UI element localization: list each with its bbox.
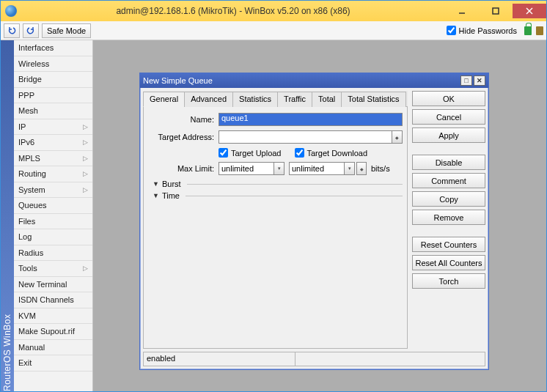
sidebar-item-label: Wireless (18, 59, 49, 68)
triangle-down-icon: ▼ (153, 192, 159, 199)
sidebar-item-routing[interactable]: Routing▷ (14, 166, 92, 182)
apply-button[interactable]: Apply (412, 127, 485, 143)
sidebar-item-label: Interfaces (18, 43, 54, 52)
remove-button[interactable]: Remove (412, 210, 485, 225)
sidebar: InterfacesWirelessBridgePPPMeshIP▷IPv6▷M… (14, 40, 93, 391)
sidebar-item-label: New Terminal (18, 280, 67, 289)
burst-section-toggle[interactable]: ▼ Burst (153, 180, 403, 188)
sidebar-item-mesh[interactable]: Mesh (14, 103, 92, 119)
copy-button[interactable]: Copy (412, 191, 485, 207)
safe-mode-button[interactable]: Safe Mode (42, 23, 91, 38)
tab-general[interactable]: General (143, 92, 185, 107)
sidebar-item-manual[interactable]: Manual (14, 340, 92, 356)
chevron-right-icon: ▷ (83, 186, 88, 193)
maximize-button[interactable] (479, 4, 513, 18)
sidebar-item-label: Tools (18, 264, 37, 273)
target-download-toggle[interactable]: Target Download (295, 148, 368, 158)
divider (187, 184, 403, 185)
dialog-title: New Simple Queue (143, 76, 459, 85)
sidebar-item-log[interactable]: Log (14, 229, 92, 245)
sidebar-item-label: Mesh (18, 106, 38, 115)
sidebar-item-ip[interactable]: IP▷ (14, 119, 92, 136)
chevron-right-icon: ▷ (83, 170, 88, 177)
triangle-down-icon: ▼ (153, 180, 159, 188)
window-titlebar: admin@192.168.1.6 (MikroTik) - WinBox v5… (1, 1, 546, 21)
target-address-input[interactable] (219, 130, 392, 144)
undo-button[interactable] (4, 23, 20, 38)
sidebar-item-tools[interactable]: Tools▷ (14, 261, 92, 277)
svg-rect-1 (493, 8, 499, 14)
time-section-toggle[interactable]: ▼ Time (153, 191, 403, 200)
sidebar-item-mpls[interactable]: MPLS▷ (14, 151, 92, 167)
sidebar-item-files[interactable]: Files (14, 214, 92, 230)
tab-statistics[interactable]: Statistics (232, 92, 278, 107)
status-text: enabled (143, 352, 295, 366)
sidestrip-label: RouterOS WinBox (1, 40, 14, 391)
dialog-titlebar[interactable]: New Simple Queue □ ✕ (140, 73, 488, 88)
tab-advanced[interactable]: Advanced (184, 92, 233, 107)
tab-total[interactable]: Total (312, 92, 342, 107)
target-upload-toggle[interactable]: Target Upload (219, 148, 282, 158)
dialog-statusbar: enabled (143, 352, 485, 366)
hide-passwords-toggle[interactable]: Hide Passwords (447, 26, 517, 35)
max-limit-label: Max Limit: (148, 164, 214, 173)
reset-counters-button[interactable]: Reset Counters (412, 237, 485, 252)
reset-all-counters-button[interactable]: Reset All Counters (412, 255, 485, 270)
close-button[interactable] (513, 4, 546, 18)
hide-passwords-checkbox[interactable] (447, 26, 456, 35)
dialog-maximize-button[interactable]: □ (460, 75, 472, 86)
tab-total-statistics[interactable]: Total Statistics (341, 92, 405, 107)
max-limit-spinner[interactable]: ◆ (356, 162, 367, 175)
sidebar-item-queues[interactable]: Queues (14, 198, 92, 214)
sidebar-item-new-terminal[interactable]: New Terminal (14, 277, 92, 293)
dialog-close-button[interactable]: ✕ (474, 75, 485, 86)
sidebar-item-system[interactable]: System▷ (14, 182, 92, 199)
disable-button[interactable]: Disable (412, 155, 485, 170)
chevron-right-icon: ▷ (83, 265, 88, 272)
target-address-label: Target Address: (148, 133, 214, 141)
sidebar-item-label: Queues (18, 201, 47, 210)
sidebar-item-ipv6[interactable]: IPv6▷ (14, 135, 92, 151)
torch-button[interactable]: Torch (412, 273, 485, 289)
sidebar-item-label: PPP (18, 91, 34, 100)
redo-button[interactable] (23, 23, 39, 38)
sidebar-item-interfaces[interactable]: Interfaces (14, 40, 92, 56)
max-limit-download-combo[interactable]: unlimited▾ (289, 162, 355, 175)
sidebar-item-wireless[interactable]: Wireless (14, 56, 92, 73)
sidebar-item-bridge[interactable]: Bridge (14, 72, 92, 88)
app-icon (5, 5, 17, 17)
sidebar-item-label: Bridge (18, 75, 42, 84)
dialog-form: Name: queue1 Target Address: ◆ Target Up… (143, 107, 408, 349)
window-title: admin@192.168.1.6 (MikroTik) - WinBox v5… (21, 6, 445, 16)
chevron-down-icon[interactable]: ▾ (344, 163, 354, 174)
sidebar-item-make-supout-rif[interactable]: Make Supout.rif (14, 324, 92, 340)
status-empty (295, 352, 485, 366)
sidebar-item-label: Make Supout.rif (18, 327, 75, 336)
workspace: New Simple Queue □ ✕ GeneralAdvancedStat… (93, 40, 546, 391)
lock-icon (524, 26, 532, 35)
target-address-spinner[interactable]: ◆ (392, 130, 403, 144)
sidebar-item-exit[interactable]: Exit (14, 355, 92, 371)
max-limit-unit: bits/s (371, 164, 390, 173)
ok-button[interactable]: OK (412, 91, 485, 106)
burst-label: Burst (162, 180, 181, 188)
target-upload-checkbox[interactable] (219, 148, 228, 158)
sidebar-item-kvm[interactable]: KVM (14, 308, 92, 325)
sidebar-item-radius[interactable]: Radius (14, 245, 92, 262)
name-input[interactable]: queue1 (219, 113, 403, 126)
cancel-button[interactable]: Cancel (412, 109, 485, 125)
comment-button[interactable]: Comment (412, 173, 485, 188)
max-limit-upload-combo[interactable]: unlimited▾ (219, 162, 284, 175)
toolbar: Safe Mode Hide Passwords (1, 21, 546, 40)
divider (186, 196, 403, 196)
sidebar-item-label: Routing (18, 169, 46, 178)
tab-traffic[interactable]: Traffic (277, 92, 312, 107)
chevron-right-icon: ▷ (83, 155, 88, 162)
minimize-button[interactable] (445, 4, 479, 18)
sidebar-item-ppp[interactable]: PPP (14, 88, 92, 104)
sidebar-item-label: ISDN Channels (18, 295, 74, 304)
sidebar-item-isdn-channels[interactable]: ISDN Channels (14, 292, 92, 308)
target-download-checkbox[interactable] (295, 148, 304, 158)
chevron-right-icon: ▷ (83, 138, 88, 146)
chevron-down-icon[interactable]: ▾ (274, 163, 284, 174)
